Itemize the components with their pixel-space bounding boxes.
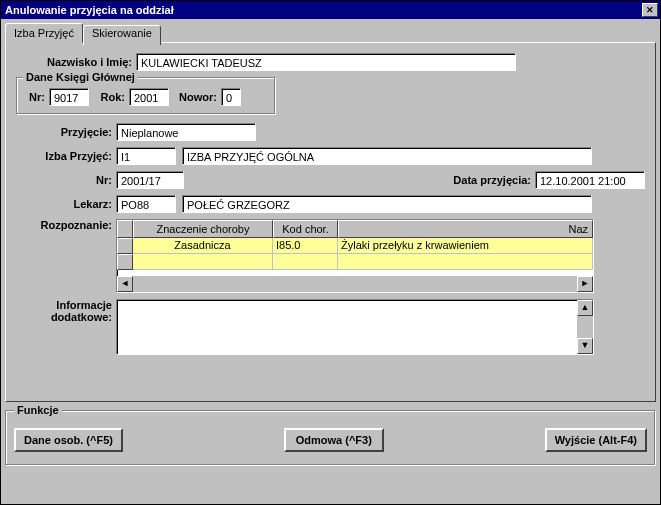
label-lekarz: Lekarz:: [16, 198, 116, 210]
tab-page: Nazwisko i Imię: KULAWIECKI TADEUSZ Dane…: [5, 42, 656, 402]
scroll-up-icon[interactable]: ▲: [577, 300, 593, 316]
table-row[interactable]: [117, 254, 593, 270]
functions-legend: Funkcje: [14, 404, 62, 416]
izba-name-field: IZBA PRZYJĘĆ OGÓLNA: [182, 147, 592, 165]
label-rozpoznanie: Rozpoznanie:: [16, 219, 116, 231]
nr2-field[interactable]: 2001/17: [116, 171, 184, 189]
scroll-right-icon[interactable]: ►: [577, 276, 593, 292]
scroll-left-icon[interactable]: ◄: [117, 276, 133, 292]
functions-group: Funkcje Dane osob. (^F5) Odmowa (^F3) Wy…: [5, 410, 656, 466]
grid-corner: [117, 220, 133, 238]
label-nr2: Nr:: [16, 174, 116, 186]
col-naz[interactable]: Naz: [338, 220, 593, 238]
odmowa-button[interactable]: Odmowa (^F3): [284, 428, 384, 452]
label-info: Informacje dodatkowe:: [16, 299, 116, 323]
grid-header: Znaczenie choroby Kod chor. Naz: [117, 220, 593, 238]
ledger-group: Dane Księgi Głównej Nr: 9017 Rok: 2001 N…: [16, 77, 276, 115]
lekarz-code-field[interactable]: PO88: [116, 195, 176, 213]
row-marker: [117, 238, 133, 254]
scroll-down-icon[interactable]: ▼: [577, 338, 593, 354]
przyjecie-field[interactable]: Nieplanowe: [116, 123, 256, 141]
col-kod[interactable]: Kod chor.: [273, 220, 338, 238]
nowor-field[interactable]: 0: [221, 88, 241, 106]
client-area: Izba Przyjęć Skierowanie Nazwisko i Imię…: [1, 19, 660, 504]
close-icon[interactable]: ✕: [642, 3, 658, 17]
label-nowor: Nowor:: [169, 91, 221, 103]
tab-bar: Izba Przyjęć Skierowanie: [5, 23, 656, 43]
table-row[interactable]: Zasadnicza I85.0 Żylaki przełyku z krwaw…: [117, 238, 593, 254]
memo-vscrollbar[interactable]: ▲ ▼: [577, 300, 593, 354]
tab-skierowanie[interactable]: Skierowanie: [83, 25, 161, 45]
rok-field[interactable]: 2001: [129, 88, 169, 106]
label-przyjecie: Przyjęcie:: [16, 126, 116, 138]
window-title: Anulowanie przyjęcia na oddział: [5, 4, 174, 16]
data-field[interactable]: 12.10.2001 21:00: [535, 171, 645, 189]
info-textarea[interactable]: ▲ ▼: [116, 299, 594, 355]
cell-naz[interactable]: Żylaki przełyku z krwawieniem: [338, 238, 593, 254]
lekarz-name-field: POŁEĆ GRZEGORZ: [182, 195, 592, 213]
cell-kod[interactable]: I85.0: [273, 238, 338, 254]
tab-izba-przyjec[interactable]: Izba Przyjęć: [5, 23, 83, 43]
dane-osob-button[interactable]: Dane osob. (^F5): [14, 428, 123, 452]
izba-code-field[interactable]: I1: [116, 147, 176, 165]
label-name: Nazwisko i Imię:: [16, 56, 136, 68]
nr-field[interactable]: 9017: [49, 88, 89, 106]
wyjscie-button[interactable]: Wyjście (Alt-F4): [545, 428, 647, 452]
window: Anulowanie przyjęcia na oddział ✕ Izba P…: [0, 0, 661, 505]
col-znaczenie[interactable]: Znaczenie choroby: [133, 220, 273, 238]
label-izba: Izba Przyjęć:: [16, 150, 116, 162]
label-rok: Rok:: [89, 91, 129, 103]
label-data: Data przyjęcia:: [453, 174, 535, 186]
diagnosis-grid[interactable]: Znaczenie choroby Kod chor. Naz Zasadnic…: [116, 219, 594, 293]
cell-znaczenie[interactable]: Zasadnicza: [133, 238, 273, 254]
row-marker: [117, 254, 133, 270]
label-nr: Nr:: [25, 91, 49, 103]
ledger-legend: Dane Księgi Głównej: [23, 71, 138, 83]
grid-hscrollbar[interactable]: ◄ ►: [117, 276, 593, 292]
titlebar: Anulowanie przyjęcia na oddział ✕: [1, 1, 660, 19]
name-field[interactable]: KULAWIECKI TADEUSZ: [136, 53, 516, 71]
